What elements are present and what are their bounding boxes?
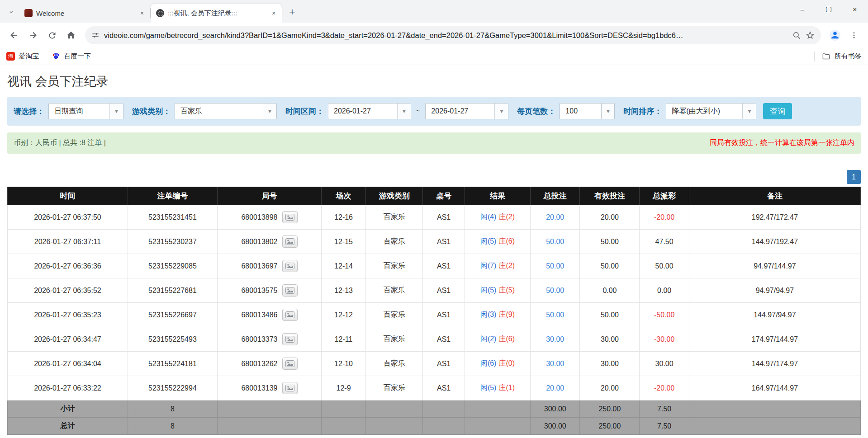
date-end-value: 2026-01-27 — [426, 107, 474, 115]
page-button-1[interactable]: 1 — [847, 170, 861, 184]
maximize-button[interactable]: ▢ — [816, 0, 842, 18]
footer-empty-cell — [465, 418, 530, 435]
footer-empty-cell — [217, 400, 321, 418]
query-type-label: 请选择： — [14, 106, 44, 117]
replay-icon[interactable] — [282, 284, 298, 297]
result-banker: 庄(6) — [498, 335, 515, 343]
bookmark-aitaobao[interactable]: 淘 爱淘宝 — [6, 52, 39, 61]
chevron-down-icon: ▼ — [397, 104, 411, 119]
tab-search-button[interactable] — [4, 5, 19, 20]
site-settings-icon[interactable] — [91, 31, 100, 39]
tab-close-icon[interactable]: × — [138, 9, 147, 18]
date-end-select[interactable]: 2026-01-27 ▼ — [425, 103, 508, 119]
chevron-down-icon: ▼ — [109, 104, 123, 119]
column-header: 桌号 — [423, 187, 465, 205]
footer-empty-cell — [423, 418, 465, 435]
cell-total-bet: 50.00 — [531, 254, 580, 278]
table-row: 2026-01-27 06:37:50523155231451680013898… — [8, 205, 861, 230]
cell-time: 2026-01-27 06:35:23 — [8, 303, 128, 327]
cell-time: 2026-01-27 06:33:22 — [8, 376, 128, 400]
cell-session: 12-11 — [322, 327, 366, 352]
cell-time: 2026-01-27 06:35:52 — [8, 278, 128, 303]
replay-icon[interactable] — [282, 333, 298, 345]
replay-icon[interactable] — [282, 309, 298, 321]
column-header: 时间 — [8, 187, 128, 205]
query-type-select[interactable]: 日期查询 ▼ — [48, 103, 123, 119]
cell-valid-bet: 50.00 — [580, 303, 640, 327]
cell-game-kind: 百家乐 — [366, 278, 423, 303]
bookmark-baidu[interactable]: 百度一下 — [52, 52, 91, 61]
result-player: 闲(5) — [480, 384, 497, 391]
cell-result: 闲(6)庄(0) — [465, 352, 530, 376]
new-tab-button[interactable]: + — [285, 5, 299, 19]
cell-time: 2026-01-27 06:34:47 — [8, 327, 128, 352]
result-player: 闲(3) — [480, 311, 497, 318]
footer-empty-cell — [465, 400, 530, 418]
cell-payout: 50.00 — [640, 254, 689, 278]
browser-menu-button[interactable] — [845, 27, 863, 44]
subtotal-row: 小计8300.00250.007.50 — [8, 400, 861, 418]
replay-icon[interactable] — [282, 235, 298, 248]
bookmarks-bar: 淘 爱淘宝 百度一下 所有书签 — [0, 48, 868, 65]
page-content: 视讯 会员下注纪录 请选择： 日期查询 ▼ 游戏类别： 百家乐 ▼ 时间区间： … — [0, 65, 868, 435]
footer-total-bet: 300.00 — [531, 400, 580, 418]
cell-note: 164.97/144.97 — [689, 376, 860, 400]
footer-payout: 7.50 — [640, 400, 689, 418]
all-bookmarks[interactable]: 所有书签 — [814, 52, 862, 61]
cell-game-kind: 百家乐 — [366, 303, 423, 327]
minimize-button[interactable]: – — [789, 0, 816, 18]
cell-valid-bet: 30.00 — [580, 327, 640, 352]
bookmark-star-icon[interactable] — [806, 31, 815, 40]
back-button[interactable] — [5, 27, 23, 44]
column-header: 总投注 — [531, 187, 580, 205]
cell-note: 94.97/144.97 — [689, 254, 860, 278]
cell-bet-id: 523155225493 — [128, 327, 217, 352]
column-header: 局号 — [217, 187, 321, 205]
taobao-icon: 淘 — [6, 52, 15, 61]
replay-icon[interactable] — [282, 211, 298, 223]
profile-avatar[interactable] — [826, 27, 844, 44]
replay-icon[interactable] — [282, 382, 298, 394]
sort-select[interactable]: 降幂(由大到小) ▼ — [666, 103, 756, 119]
cell-round: 680013575 — [217, 278, 321, 303]
replay-icon[interactable] — [282, 358, 298, 370]
column-header: 结果 — [465, 187, 530, 205]
footer-total-bet: 300.00 — [531, 418, 580, 435]
replay-icon[interactable] — [282, 260, 298, 272]
forward-button[interactable] — [24, 27, 42, 44]
table-row: 2026-01-27 06:33:22523155222994680013139… — [8, 376, 861, 400]
cell-valid-bet: 30.00 — [580, 352, 640, 376]
table-row: 2026-01-27 06:34:47523155225493680013373… — [8, 327, 861, 352]
refresh-icon — [47, 31, 57, 40]
cell-payout: 0.00 — [640, 278, 689, 303]
address-bar[interactable]: videoie.com/game/betrecord_search/kind3?… — [85, 26, 821, 44]
footer-empty-cell — [689, 400, 860, 418]
cell-result: 闲(3)庄(9) — [465, 303, 530, 327]
result-banker: 庄(9) — [498, 311, 515, 318]
cell-bet-id: 523155224181 — [128, 352, 217, 376]
refresh-button[interactable] — [43, 27, 61, 44]
table-row: 2026-01-27 06:36:36523155229085680013697… — [8, 254, 861, 278]
tab-close-icon[interactable]: × — [269, 9, 278, 18]
cell-session: 12-15 — [322, 230, 366, 254]
cell-total-bet: 30.00 — [531, 352, 580, 376]
game-kind-select[interactable]: 百家乐 ▼ — [175, 103, 277, 119]
browser-window: Welcome × :::视讯, 会员下注纪录::: × + – ▢ × — [0, 0, 868, 65]
close-button[interactable]: × — [842, 0, 868, 18]
chevron-down-icon[interactable]: ▼ — [601, 103, 615, 119]
search-button[interactable]: 查询 — [763, 103, 792, 119]
zoom-icon[interactable] — [792, 31, 801, 40]
tab-welcome[interactable]: Welcome × — [19, 4, 150, 23]
tab-betrecord-active[interactable]: :::视讯, 会员下注纪录::: × — [151, 4, 282, 23]
home-button[interactable] — [62, 27, 80, 44]
records-table: 时间注单编号局号场次游戏类别桌号结果总投注有效投注总派彩备注 2026-01-2… — [7, 187, 861, 435]
welcome-favicon — [24, 9, 33, 17]
cell-table-no: AS1 — [423, 327, 465, 352]
currency-summary: 币别：人民币 | 总共 :8 注单 | — [14, 138, 106, 148]
footer-empty-cell — [217, 418, 321, 435]
all-bookmarks-label: 所有书签 — [835, 52, 862, 61]
cell-time: 2026-01-27 06:36:36 — [8, 254, 128, 278]
date-start-select[interactable]: 2026-01-27 ▼ — [328, 103, 411, 119]
page-size-input[interactable] — [560, 103, 601, 119]
bookmark-label: 百度一下 — [64, 52, 91, 61]
